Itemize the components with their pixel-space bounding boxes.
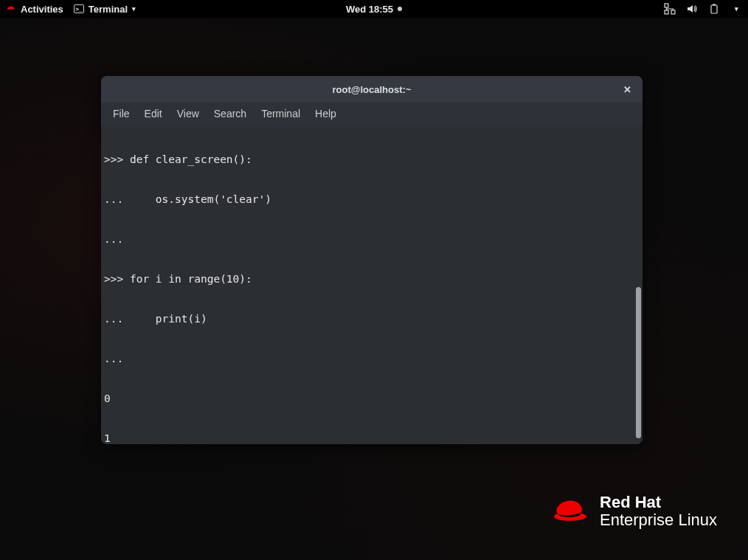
- chevron-down-icon: ▾: [132, 5, 136, 13]
- svg-rect-3: [665, 10, 668, 14]
- svg-rect-5: [713, 4, 716, 6]
- terminal-line: >>> def clear_screen():: [104, 153, 640, 166]
- menu-edit[interactable]: Edit: [139, 105, 168, 122]
- redhat-logo-icon: [553, 498, 588, 525]
- clock-button[interactable]: Wed 18:55: [346, 4, 402, 15]
- system-menu-chevron-icon[interactable]: ▾: [730, 3, 742, 15]
- branding-text: Red Hat Enterprise Linux: [600, 494, 717, 529]
- app-menu-button[interactable]: >_ Terminal ▾: [74, 4, 136, 15]
- activities-button[interactable]: Activities: [6, 4, 63, 15]
- terminal-line: 1: [104, 432, 640, 444]
- notification-dot-icon: [398, 7, 402, 11]
- branding-line2: Enterprise Linux: [600, 511, 717, 529]
- redhat-icon: [6, 5, 16, 13]
- branding-line1: Red Hat: [600, 494, 717, 511]
- activities-label: Activities: [21, 4, 63, 15]
- scrollbar-thumb[interactable]: [636, 287, 641, 438]
- network-icon[interactable]: [664, 3, 676, 15]
- window-titlebar[interactable]: root@localhost:~ ✕: [101, 76, 643, 103]
- menu-search[interactable]: Search: [208, 105, 252, 122]
- system-tray: ▾: [664, 3, 742, 15]
- svg-point-0: [7, 10, 15, 12]
- terminal-line: ... os.system('clear'): [104, 193, 640, 206]
- menu-help[interactable]: Help: [309, 105, 342, 122]
- svg-rect-1: [665, 4, 668, 7]
- menu-file[interactable]: File: [107, 105, 136, 122]
- svg-rect-4: [711, 5, 717, 13]
- clock-label: Wed 18:55: [346, 4, 393, 15]
- top-panel-left: Activities >_ Terminal ▾: [6, 4, 136, 15]
- close-icon: ✕: [623, 84, 631, 95]
- terminal-line: ...: [104, 232, 640, 246]
- close-button[interactable]: ✕: [620, 83, 634, 96]
- app-menu-label: Terminal: [89, 4, 128, 15]
- menu-view[interactable]: View: [171, 105, 205, 122]
- menu-terminal[interactable]: Terminal: [255, 105, 306, 122]
- top-panel: Activities >_ Terminal ▾ Wed 18:55: [0, 0, 748, 18]
- battery-icon[interactable]: [708, 3, 720, 15]
- volume-icon[interactable]: [686, 3, 698, 15]
- terminal-line: ...: [104, 352, 640, 365]
- terminal-icon: >_: [74, 4, 84, 13]
- terminal-line: ... print(i): [104, 312, 640, 325]
- terminal-line: >>> for i in range(10):: [104, 272, 640, 286]
- svg-rect-2: [671, 10, 675, 14]
- window-title: root@localhost:~: [333, 84, 412, 95]
- terminal-viewport[interactable]: >>> def clear_screen(): ... os.system('c…: [101, 125, 643, 444]
- terminal-window: root@localhost:~ ✕ File Edit View Search…: [101, 76, 643, 444]
- terminal-line: 0: [104, 392, 640, 405]
- desktop-branding: Red Hat Enterprise Linux: [553, 494, 717, 529]
- menubar: File Edit View Search Terminal Help: [101, 103, 643, 125]
